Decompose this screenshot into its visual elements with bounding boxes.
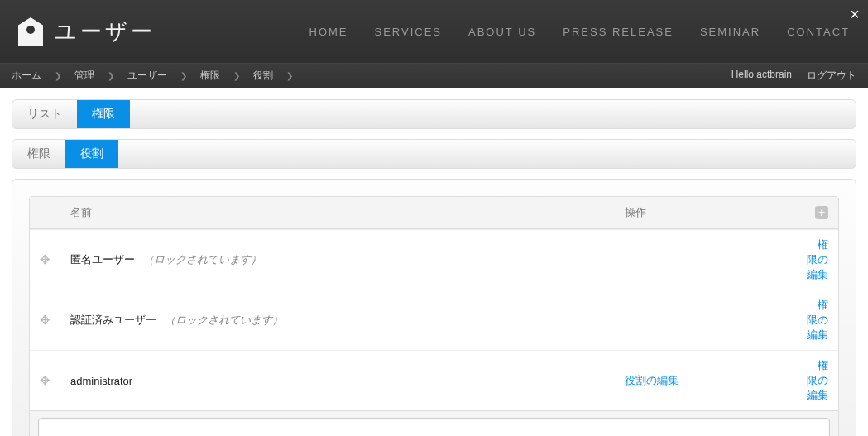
chevron-right-icon: ❯ [55, 71, 61, 80]
chevron-right-icon: ❯ [233, 71, 240, 80]
plus-icon[interactable]: + [815, 206, 828, 219]
logout-link[interactable]: ログアウト [807, 69, 856, 83]
nav-about[interactable]: ABOUT US [468, 26, 536, 38]
drag-handle-icon[interactable]: ✥ [30, 290, 60, 350]
sub-bar: ホーム ❯ 管理 ❯ ユーザー ❯ 権限 ❯ 役割 ❯ Hello actbra… [0, 63, 868, 88]
drag-handle-icon[interactable]: ✥ [30, 229, 60, 290]
role-name: 匿名ユーザー [70, 253, 135, 266]
tab-permission-sub[interactable]: 権限 [12, 140, 65, 168]
col-actions: 操作 [615, 197, 791, 229]
greeting-link[interactable]: Hello actbrain [731, 69, 792, 83]
edit-permission-link[interactable]: 権限の編集 [807, 359, 828, 401]
main-nav: HOME SERVICES ABOUT US PRESS RELEASE SEM… [309, 26, 851, 38]
new-role-input[interactable] [38, 418, 830, 436]
crumb-role[interactable]: 役割 [253, 69, 273, 83]
table-row: ✥ 認証済みユーザー （ロックされています） 権限の編集 [30, 290, 838, 350]
col-actions-label: 操作 [625, 206, 646, 218]
locked-label: （ロックされています） [165, 314, 283, 326]
add-role-bar: 役割の追加 [29, 411, 839, 436]
crumb-admin[interactable]: 管理 [74, 69, 94, 83]
tab-permission[interactable]: 権限 [77, 100, 130, 128]
chevron-right-icon: ❯ [180, 71, 187, 80]
tabs-secondary: 権限 役割 [12, 139, 856, 169]
breadcrumb: ホーム ❯ 管理 ❯ ユーザー ❯ 権限 ❯ 役割 ❯ [12, 69, 293, 83]
roles-table: 名前 操作 + ✥ 匿名ユーザー （ロックされています） [29, 196, 839, 411]
page-title: ユーザー [55, 17, 156, 46]
nav-services[interactable]: SERVICES [375, 26, 443, 38]
roles-panel: 名前 操作 + ✥ 匿名ユーザー （ロックされています） [12, 179, 856, 436]
edit-role-link[interactable]: 役割の編集 [625, 374, 679, 386]
edit-permission-link[interactable]: 権限の編集 [807, 238, 828, 280]
role-name: administrator [70, 375, 132, 387]
top-bar: ユーザー HOME SERVICES ABOUT US PRESS RELEAS… [0, 0, 868, 63]
nav-home[interactable]: HOME [309, 26, 348, 38]
crumb-user[interactable]: ユーザー [127, 69, 167, 83]
close-icon[interactable]: × [850, 5, 860, 24]
locked-label: （ロックされています） [143, 253, 261, 266]
col-name: 名前 [60, 197, 615, 229]
user-links: Hello actbrain ログアウト [731, 69, 856, 83]
brand: ユーザー [18, 17, 156, 46]
tab-role[interactable]: 役割 [65, 140, 118, 168]
logo-icon [18, 17, 43, 46]
crumb-home[interactable]: ホーム [12, 69, 41, 83]
chevron-right-icon: ❯ [286, 71, 293, 80]
table-row: ✥ administrator 役割の編集 権限の編集 [30, 350, 838, 410]
tabs-primary: リスト 権限 [12, 99, 856, 129]
nav-press[interactable]: PRESS RELEASE [563, 26, 674, 38]
role-name: 認証済みユーザー [70, 314, 156, 326]
chevron-right-icon: ❯ [108, 71, 114, 80]
edit-permission-link[interactable]: 権限の編集 [807, 299, 828, 341]
crumb-perm[interactable]: 権限 [200, 69, 220, 83]
content: リスト 権限 権限 役割 名前 操作 + [0, 88, 868, 436]
nav-contact[interactable]: CONTACT [787, 26, 850, 38]
nav-seminar[interactable]: SEMINAR [700, 26, 760, 38]
drag-handle-icon[interactable]: ✥ [30, 350, 60, 410]
table-row: ✥ 匿名ユーザー （ロックされています） 権限の編集 [30, 229, 838, 290]
tab-list[interactable]: リスト [12, 100, 77, 128]
